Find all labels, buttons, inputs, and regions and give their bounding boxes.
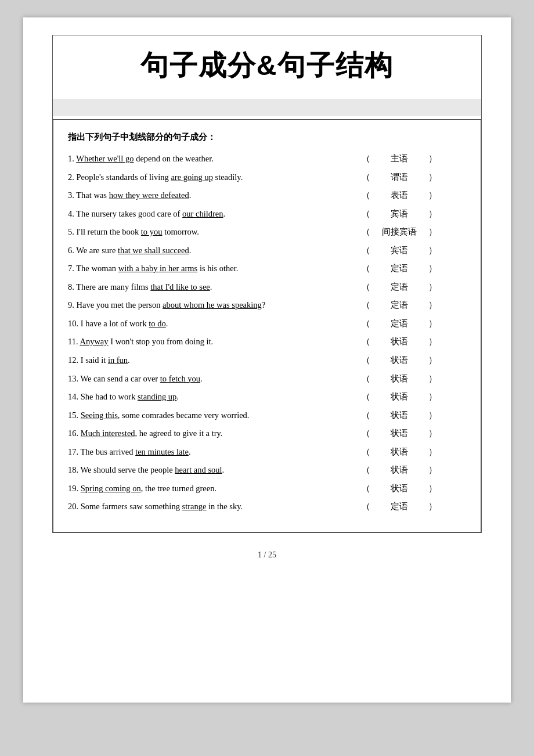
paren-close-20: ） — [428, 499, 437, 515]
paren-open-3: （ — [362, 188, 370, 204]
answer-part-17: （状语） — [362, 444, 466, 460]
answer-label-16: 状语 — [382, 426, 417, 442]
sentences-list: 1. Whether we'll go depend on the weathe… — [68, 151, 466, 515]
answer-part-16: （状语） — [362, 426, 466, 442]
sentence-17: 17. The bus arrived ten minutes late.（状语… — [68, 444, 466, 460]
paren-open-10: （ — [362, 316, 370, 332]
sentence-after-20: in the sky. — [206, 502, 243, 511]
sentence-before-5: I'll return the book — [77, 227, 141, 236]
sentence-11: 11. Anyway I won't stop you from doing i… — [68, 334, 466, 350]
sentence-before-4: The nursery takes good care of — [76, 209, 182, 218]
sentence-text-6: 6. We are sure that we shall succeed. — [68, 243, 359, 259]
sentence-12: 12. I said it in fun.（状语） — [68, 352, 466, 369]
answer-label-12: 状语 — [382, 352, 417, 369]
sentence-5: 5. I'll return the book to you tomorrow.… — [68, 224, 466, 240]
sentence-num-2: 2. — [68, 172, 77, 182]
paren-close-5: ） — [428, 224, 437, 240]
sentence-num-9: 9. — [68, 300, 77, 309]
sentence-after-2: steadily. — [213, 172, 243, 182]
sentence-text-3: 3. That was how they were defeated. — [68, 188, 359, 204]
sentence-num-6: 6. — [68, 246, 76, 255]
sentence-underlined-4: our children — [182, 209, 223, 218]
sentence-num-4: 4. — [68, 209, 76, 218]
answer-label-17: 状语 — [382, 444, 417, 460]
sentence-num-8: 8. — [68, 282, 76, 291]
sentence-before-17: The bus arrived — [81, 447, 136, 456]
paren-close-16: ） — [428, 426, 437, 442]
sentence-text-19: 19. Spring coming on, the tree turned gr… — [68, 481, 359, 497]
sentence-num-16: 16. — [68, 429, 81, 438]
sentence-after-12: . — [128, 355, 130, 365]
sentence-after-16: , he agreed to give it a try. — [135, 429, 223, 438]
sentence-underlined-17: ten minutes late — [135, 447, 189, 456]
sentence-underlined-7: with a baby in her arms — [118, 264, 198, 273]
sentence-before-6: We are sure — [76, 246, 118, 255]
sentence-1: 1. Whether we'll go depend on the weathe… — [68, 151, 466, 167]
answer-part-13: （状语） — [362, 371, 466, 387]
paren-open-12: （ — [362, 352, 370, 369]
answer-part-15: （状语） — [362, 408, 466, 424]
sentence-underlined-12: in fun — [108, 355, 128, 365]
sentence-text-1: 1. Whether we'll go depend on the weathe… — [68, 151, 359, 167]
sentence-9: 9. Have you met the person about whom he… — [68, 297, 466, 314]
paren-close-3: ） — [428, 188, 437, 204]
paren-open-4: （ — [362, 206, 370, 222]
paren-open-2: （ — [362, 170, 370, 186]
sentence-underlined-2: are going up — [171, 172, 212, 182]
paren-open-15: （ — [362, 408, 370, 424]
paren-close-4: ） — [428, 206, 437, 222]
answer-part-12: （状语） — [362, 352, 466, 369]
sentence-underlined-11: Anyway — [80, 337, 108, 346]
paren-close-18: ） — [428, 462, 437, 478]
answer-part-8: （定语） — [362, 279, 466, 296]
sentence-text-14: 14. She had to work standing up. — [68, 389, 359, 405]
sentence-4: 4. The nursery takes good care of our ch… — [68, 206, 466, 222]
answer-label-2: 谓语 — [382, 170, 417, 186]
sentence-underlined-15: Seeing this — [81, 411, 118, 420]
sentence-underlined-6: that we shall succeed — [118, 246, 189, 255]
sentence-text-12: 12. I said it in fun. — [68, 352, 359, 369]
answer-part-10: （定语） — [362, 316, 466, 332]
sentence-15: 15. Seeing this, some comrades became ve… — [68, 408, 466, 424]
sentence-text-8: 8. There are many films that I'd like to… — [68, 279, 359, 296]
paren-open-19: （ — [362, 481, 370, 497]
sentence-after-5: tomorrow. — [163, 227, 200, 236]
sentence-before-20: Some farmers saw something — [81, 502, 182, 511]
gray-divider — [53, 99, 481, 116]
paren-open-1: （ — [362, 151, 370, 167]
sentence-after-10: . — [166, 319, 168, 328]
sentence-underlined-19: Spring coming on — [81, 484, 141, 493]
answer-part-11: （状语） — [362, 334, 466, 350]
sentence-num-15: 15. — [68, 411, 81, 420]
sentence-text-4: 4. The nursery takes good care of our ch… — [68, 206, 359, 222]
sentence-underlined-3: how they were defeated — [109, 190, 189, 200]
sentence-2: 2. People's standards of living are goin… — [68, 170, 466, 186]
paren-open-7: （ — [362, 261, 370, 277]
sentence-16: 16. Much interested, he agreed to give i… — [68, 426, 466, 442]
sentence-after-11: I won't stop you from doing it. — [109, 337, 214, 346]
paren-open-20: （ — [362, 499, 370, 515]
answer-part-1: （主语） — [362, 151, 466, 167]
answer-label-9: 定语 — [382, 297, 417, 314]
sentence-after-8: . — [210, 282, 212, 291]
sentence-19: 19. Spring coming on, the tree turned gr… — [68, 481, 466, 497]
sentence-after-14: . — [176, 392, 179, 401]
sentence-underlined-18: heart and soul — [175, 465, 222, 474]
sentence-after-3: . — [189, 190, 192, 200]
sentence-7: 7. The woman with a baby in her arms is … — [68, 261, 466, 277]
paren-open-17: （ — [362, 444, 370, 460]
sentence-num-10: 10. — [68, 319, 81, 328]
sentence-text-18: 18. We should serve the people heart and… — [68, 462, 359, 478]
sentence-num-18: 18. — [68, 465, 81, 474]
sentence-14: 14. She had to work standing up.（状语） — [68, 389, 466, 405]
sentence-underlined-1: Whether we'll go — [76, 154, 134, 163]
sentence-before-9: Have you met the person — [77, 300, 163, 309]
paren-close-19: ） — [428, 481, 437, 497]
sentence-underlined-10: to do — [149, 319, 165, 328]
answer-part-9: （定语） — [362, 297, 466, 314]
sentence-num-20: 20. — [68, 502, 81, 511]
sentence-8: 8. There are many films that I'd like to… — [68, 279, 466, 296]
sentence-after-4: . — [223, 209, 226, 218]
sentence-after-1: depend on the weather. — [134, 154, 214, 163]
instruction-text: 指出下列句子中划线部分的句子成分： — [68, 132, 466, 143]
